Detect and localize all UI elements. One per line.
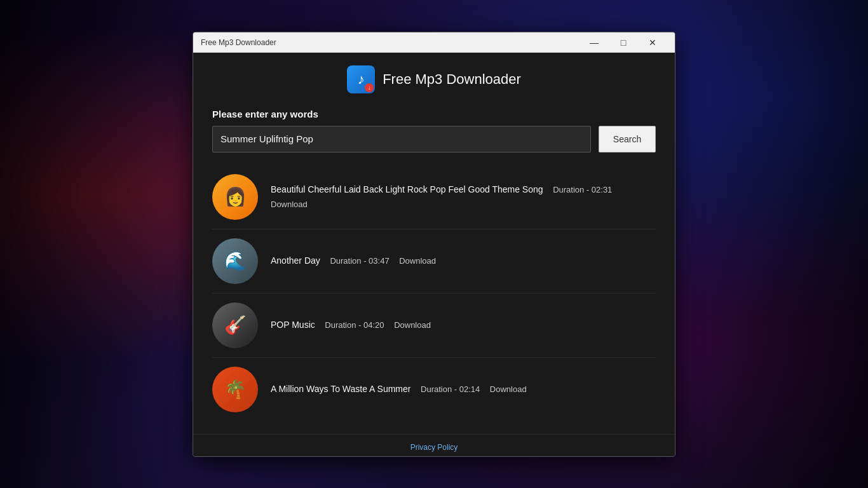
- list-item: 👩 Beautiful Cheerful Laid Back Light Roc…: [212, 165, 656, 229]
- main-content: Free Mp3 Downloader Please enter any wor…: [193, 53, 675, 434]
- result-download-link[interactable]: Download: [399, 256, 436, 266]
- result-title: POP Music: [271, 320, 315, 330]
- result-info: Beautiful Cheerful Laid Back Light Rock …: [271, 182, 656, 212]
- bg-left-shadow: [0, 0, 197, 488]
- result-thumbnail: 🌊: [212, 238, 258, 284]
- window-controls: — □ ✕: [580, 32, 667, 53]
- bg-right-shadow: [671, 0, 868, 488]
- results-list: 👩 Beautiful Cheerful Laid Back Light Roc…: [212, 165, 656, 421]
- app-icon: [347, 65, 375, 93]
- result-duration: Duration - 03:47: [330, 256, 389, 266]
- title-bar: Free Mp3 Downloader — □ ✕: [193, 32, 675, 53]
- close-button[interactable]: ✕: [638, 32, 667, 53]
- result-info: Another Day Duration - 03:47 Download: [271, 254, 656, 268]
- window-title: Free Mp3 Downloader: [201, 38, 580, 47]
- thumb-icon: 🎸: [224, 315, 247, 336]
- result-thumbnail: 👩: [212, 174, 258, 220]
- thumb-icon: 🌴: [224, 379, 247, 400]
- app-header: Free Mp3 Downloader: [212, 65, 656, 93]
- result-thumbnail: 🌴: [212, 367, 258, 412]
- search-row: Search: [212, 126, 656, 152]
- app-title: Free Mp3 Downloader: [383, 71, 521, 88]
- minimize-button[interactable]: —: [580, 32, 609, 53]
- result-info: A Million Ways To Waste A Summer Duratio…: [271, 382, 656, 396]
- search-input[interactable]: [212, 126, 591, 152]
- result-download-link[interactable]: Download: [271, 200, 308, 209]
- result-title: A Million Ways To Waste A Summer: [271, 384, 410, 394]
- results-container[interactable]: 👩 Beautiful Cheerful Laid Back Light Roc…: [212, 165, 656, 421]
- list-item: 🎸 POP Music Duration - 04:20 Download: [212, 294, 656, 358]
- footer: Privacy Policy: [193, 434, 675, 456]
- thumb-icon: 👩: [224, 186, 247, 207]
- result-info: POP Music Duration - 04:20 Download: [271, 318, 656, 332]
- list-item: 🌊 Another Day Duration - 03:47 Download: [212, 229, 656, 294]
- result-title: Beautiful Cheerful Laid Back Light Rock …: [271, 184, 543, 194]
- search-label: Please enter any words: [212, 109, 656, 119]
- app-icon-badge: [365, 83, 374, 92]
- result-title: Another Day: [271, 255, 320, 266]
- privacy-policy-link[interactable]: Privacy Policy: [410, 443, 458, 452]
- result-download-link[interactable]: Download: [394, 320, 431, 330]
- app-window: Free Mp3 Downloader — □ ✕ Free Mp3 Downl…: [193, 32, 675, 457]
- result-duration: Duration - 04:20: [325, 320, 384, 330]
- result-duration: Duration - 02:31: [553, 185, 612, 194]
- maximize-button[interactable]: □: [609, 32, 638, 53]
- search-section: Please enter any words Search: [212, 109, 656, 165]
- thumb-icon: 🌊: [224, 250, 247, 271]
- result-thumbnail: 🎸: [212, 302, 258, 348]
- result-duration: Duration - 02:14: [421, 384, 480, 394]
- search-button[interactable]: Search: [599, 126, 656, 152]
- result-download-link[interactable]: Download: [490, 384, 527, 394]
- title-bar-divider: [193, 52, 675, 53]
- list-item: 🌴 A Million Ways To Waste A Summer Durat…: [212, 358, 656, 421]
